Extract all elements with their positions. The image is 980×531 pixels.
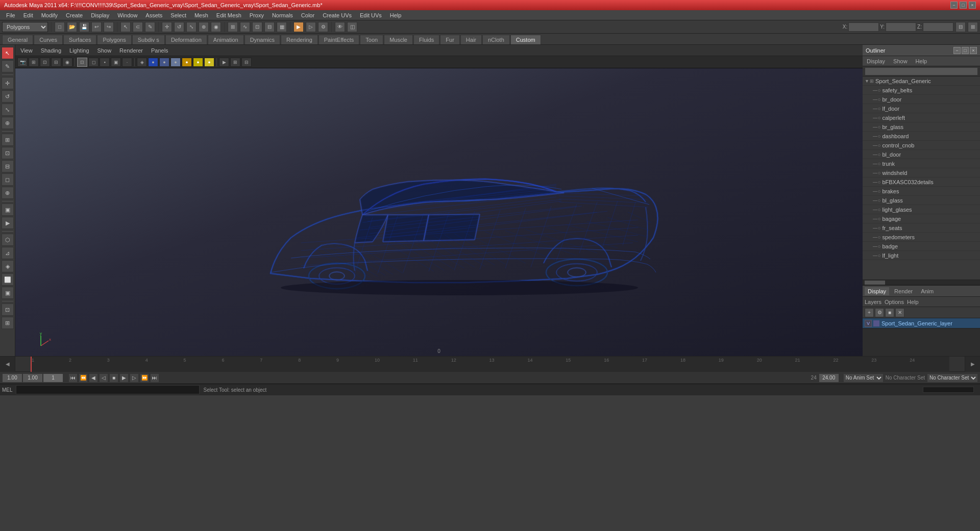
vp-render-btn[interactable]: ▶ (219, 58, 229, 67)
shelf-tab-custom[interactable]: Custom (510, 35, 541, 44)
scale-icon[interactable]: ⤡ (186, 22, 197, 32)
channel-box-icon[interactable]: ⊟ (955, 22, 966, 32)
shelf-tab-polygons[interactable]: Polygons (97, 35, 131, 44)
shelf-tab-fluids[interactable]: Fluids (413, 35, 439, 44)
snap-together-icon[interactable]: ⊕ (2, 187, 14, 199)
tree-item-bl_glass[interactable]: — ○ bl_glass (863, 196, 980, 205)
layer-visibility[interactable]: V (865, 320, 872, 327)
tree-item-bFBXASC032details[interactable]: — ○ bFBXASC032details (863, 178, 980, 187)
paint-select-icon[interactable]: ✎ (145, 22, 155, 32)
mode-selector[interactable]: Polygons Object Mode Component (2, 22, 48, 32)
redo-icon[interactable]: ↪ (104, 22, 114, 32)
bp-tab-display[interactable]: Display (865, 287, 889, 295)
menu-create-uvs[interactable]: Create UVs (318, 11, 356, 19)
lasso-icon[interactable]: ⊂ (133, 22, 143, 32)
pb-play-back[interactable]: ◁ (99, 373, 108, 383)
object-type-icon[interactable]: ⊟ (2, 160, 14, 172)
show-manip-icon[interactable]: ⊕ (2, 117, 14, 129)
pb-range-end-b[interactable]: 24.00 (819, 373, 839, 383)
shelf-tab-rendering[interactable]: Rendering (281, 35, 318, 44)
create-poly-icon[interactable]: ⬡ (2, 234, 14, 246)
shelf-tab-dynamics[interactable]: Dynamics (244, 35, 280, 44)
bridge-icon[interactable]: ⬜ (2, 273, 14, 286)
menu-edit-mesh[interactable]: Edit Mesh (212, 11, 246, 19)
layer-row-generic[interactable]: V Sport_Sedan_Generic_layer (863, 318, 980, 328)
bevel-icon[interactable]: ◈ (2, 260, 14, 272)
outliner-minimize[interactable]: − (953, 47, 961, 54)
close-button[interactable]: × (969, 2, 976, 9)
pb-go-start[interactable]: ⏮ (68, 373, 78, 383)
vp-menu-panels[interactable]: Panels (148, 46, 172, 55)
pb-prev-frame[interactable]: ◀ (89, 373, 98, 383)
vp-select-camera-icon[interactable]: 📷 (17, 58, 28, 67)
tree-item-root[interactable]: ▼ ⊞ Sport_Sedan_Generic (863, 77, 980, 86)
pb-prev-key[interactable]: ⏪ (79, 373, 88, 383)
vp-bounding-icon[interactable]: ▣ (111, 58, 121, 67)
canvas-3d[interactable]: x y 0 (15, 68, 863, 356)
menu-window[interactable]: Window (113, 11, 141, 19)
tree-item-brakes[interactable]: — ○ brakes (863, 187, 980, 196)
pb-stop[interactable]: ■ (109, 373, 118, 383)
menu-create[interactable]: Create (62, 11, 87, 19)
scale-tool-icon[interactable]: ⤡ (2, 104, 14, 116)
tree-item-badge[interactable]: — ○ badge (863, 242, 980, 251)
menu-edit[interactable]: Edit (19, 11, 37, 19)
x-input[interactable] (848, 22, 879, 32)
bp-sub-layers[interactable]: Layers (865, 299, 881, 305)
menu-file[interactable]: File (2, 11, 19, 19)
menu-color[interactable]: Color (297, 11, 318, 19)
timeline-left-btn[interactable]: ◀ (0, 357, 15, 372)
char-set-selector[interactable]: No Character Set (927, 373, 978, 383)
save-icon[interactable]: 💾 (79, 22, 89, 32)
layer-trash-btn[interactable]: ✕ (895, 308, 904, 317)
snap-surface-icon[interactable]: ▦ (277, 22, 287, 32)
snap-point-icon[interactable]: ⊡ (252, 22, 262, 32)
expand-root[interactable]: ▼ (865, 79, 870, 84)
shelf-tab-ncloth[interactable]: nCloth (482, 35, 510, 44)
new-layer-btn[interactable]: + (865, 308, 874, 317)
vp-grid-icon[interactable]: ⊟ (241, 58, 252, 67)
menu-normals[interactable]: Normals (268, 11, 297, 19)
anim-set-selector[interactable]: No Anim Set (843, 373, 884, 383)
vp-point-icon[interactable]: · (122, 58, 132, 67)
shelf-tab-surfaces[interactable]: Surfaces (63, 35, 96, 44)
tree-item-fr_seats[interactable]: — ○ fr_seats (863, 223, 980, 233)
menu-mesh[interactable]: Mesh (190, 11, 212, 19)
shelf-tab-muscle[interactable]: Muscle (384, 35, 413, 44)
rotate-tool-icon[interactable]: ↺ (2, 90, 14, 103)
pb-next-frame[interactable]: ▷ (130, 373, 139, 383)
vp-light3-icon[interactable]: ● (204, 58, 214, 67)
tree-item-lf_light[interactable]: — ○ lf_light (863, 251, 980, 260)
grid-toggle-icon[interactable]: ⊡ (2, 147, 14, 159)
move-icon[interactable]: ✛ (162, 22, 172, 32)
quick-render-icon[interactable]: ▶ (2, 217, 14, 229)
vp-color2-icon[interactable]: ● (159, 58, 169, 67)
outliner-maximize[interactable]: □ (962, 47, 969, 54)
tree-item-bagage[interactable]: — ○ bagage (863, 214, 980, 223)
maximize-button[interactable]: □ (960, 2, 967, 9)
vp-color3-icon[interactable]: ● (170, 58, 181, 67)
vp-xray-icon[interactable]: ◈ (137, 58, 147, 67)
playback-step[interactable]: 1.00 (22, 373, 43, 383)
shelf-tab-toon[interactable]: Toon (360, 35, 383, 44)
outliner-search-input[interactable] (865, 67, 978, 75)
timeline-area[interactable]: ◀ 1 2 3 4 5 6 7 8 9 10 11 12 13 14 15 16… (0, 356, 980, 371)
tree-item-windsheld[interactable]: — ○ windsheld (863, 168, 980, 178)
vp-snap-icon[interactable]: ⊡ (40, 58, 50, 67)
pb-play-fwd[interactable]: ▶ (119, 373, 129, 383)
bp-sub-help[interactable]: Help (907, 299, 919, 305)
menu-edit-uvs[interactable]: Edit UVs (356, 11, 386, 19)
vp-frame-icon[interactable]: ⊟ (51, 58, 61, 67)
shelf-tab-subdivs[interactable]: Subdiv s (132, 35, 165, 44)
snap-grid-icon[interactable]: ⊞ (228, 22, 238, 32)
vp-menu-renderer[interactable]: Renderer (116, 46, 146, 55)
vp-wireframe-icon[interactable]: ⊡ (77, 58, 87, 67)
shelf-tab-fur[interactable]: Fur (440, 35, 460, 44)
vp-color1-icon[interactable]: ● (148, 58, 158, 67)
render-region-icon[interactable]: ▣ (2, 204, 14, 216)
move-tool-icon[interactable]: ✛ (2, 77, 14, 89)
display-layer-icon[interactable]: ◫ (347, 22, 357, 32)
select-icon[interactable]: ↖ (120, 22, 131, 32)
tree-item-lf_door[interactable]: — ○ lf_door (863, 104, 980, 113)
bp-tab-render[interactable]: Render (891, 287, 916, 295)
